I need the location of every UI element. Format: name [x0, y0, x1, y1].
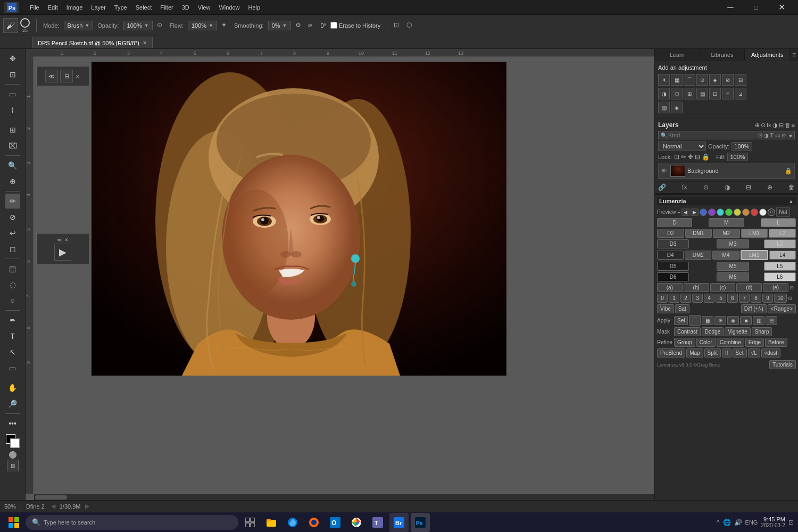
airbrush-btn[interactable]: ✦ [221, 21, 230, 30]
btn-gradient-adj[interactable]: ▥ [753, 316, 764, 325]
btn-preblend[interactable]: PreBlend [657, 348, 685, 358]
angle-btn[interactable]: ⌀ [308, 21, 317, 30]
add-layer-style-btn[interactable]: fx [682, 184, 687, 191]
selective-color-icon[interactable]: ◈ [671, 102, 683, 113]
btn-m[interactable]: M [709, 218, 744, 227]
tab-libraries[interactable]: Libraries [700, 49, 745, 61]
menu-filter[interactable]: Filter [156, 3, 177, 12]
btn-5[interactable]: 5 [716, 294, 726, 303]
btn-7[interactable]: 7 [739, 294, 750, 303]
menu-window[interactable]: Window [214, 3, 244, 12]
show-hidden-icons[interactable]: ^ [717, 519, 720, 526]
btn-10[interactable]: 10 [774, 294, 787, 303]
menu-type[interactable]: Type [110, 3, 131, 12]
btn-c[interactable]: (c) [710, 283, 736, 292]
btn-sharp[interactable]: Sharp [752, 327, 772, 336]
btn-l6[interactable]: L6 [764, 272, 796, 281]
color-dot-blue[interactable] [700, 209, 707, 216]
posterize-icon[interactable]: ≡ [722, 88, 734, 99]
start-button[interactable] [4, 513, 23, 532]
close-btn[interactable]: ✕ [769, 0, 794, 15]
btn-l5[interactable]: L5 [764, 262, 796, 271]
btn-range[interactable]: <Range> [768, 304, 796, 313]
btn-vl[interactable]: √L [748, 348, 760, 358]
actions-collapse[interactable]: ≪ [56, 237, 62, 242]
btn-a[interactable]: (a) [657, 283, 683, 292]
gradient-tool[interactable]: ▤ [5, 261, 20, 276]
btn-m2[interactable]: M2 [713, 229, 740, 238]
btn-l[interactable]: L [761, 218, 796, 227]
pen-tool[interactable]: ✒ [5, 313, 20, 328]
menu-image[interactable]: Image [62, 3, 87, 12]
btn-m3[interactable]: M3 [717, 239, 749, 248]
add-group-btn[interactable]: ⊟ [746, 184, 751, 191]
btn-d2[interactable]: D2 [657, 229, 684, 238]
tab-adjustments[interactable]: Adjustments [745, 49, 790, 61]
vibrance-icon[interactable]: ◈ [709, 74, 721, 86]
btn-solid-adj[interactable]: ■ [740, 316, 752, 325]
smoothing-settings-btn[interactable]: ⚙ [295, 21, 304, 30]
colorlookup-icon[interactable]: ▤ [696, 88, 708, 99]
opacity-value-input[interactable]: 100% [732, 142, 752, 151]
zoom-tool[interactable]: 🔎 [5, 396, 20, 411]
curves-icon[interactable]: ⌒ [684, 74, 695, 86]
scrollbar-thumb-h[interactable] [35, 495, 67, 500]
btn-color[interactable]: Color [696, 338, 716, 347]
layer-filter-pixel[interactable]: ⊡ [758, 132, 762, 138]
document-tab-close[interactable]: ✕ [143, 40, 147, 46]
bw-icon[interactable]: ◑ [658, 88, 670, 99]
taskbar-edge[interactable] [283, 513, 302, 532]
minimize-btn[interactable]: ─ [718, 0, 743, 15]
btn-diff[interactable]: Diff (+/-) [741, 304, 767, 313]
btn-vdust[interactable]: √dust [761, 348, 780, 358]
add-mask-btn[interactable]: ⊙ [703, 184, 709, 191]
btn-e[interactable]: (e) [763, 283, 788, 292]
btn-d5[interactable]: D5 [657, 262, 689, 271]
btn-group[interactable]: Group [674, 338, 695, 347]
layer-filter-shape[interactable]: ▭ [775, 132, 780, 138]
layer-fx-icon[interactable]: fx [767, 122, 771, 128]
crop-tool[interactable]: ⌧ [5, 138, 20, 153]
btn-before[interactable]: Before [765, 338, 787, 347]
btn-6[interactable]: 6 [727, 294, 738, 303]
hand-tool[interactable]: ✋ [5, 380, 20, 395]
btn-0[interactable]: 0 [657, 294, 668, 303]
color-dot-cyan[interactable] [717, 209, 724, 216]
taskbar-outlook[interactable]: O [326, 513, 345, 532]
nav-next[interactable]: ▶ [85, 503, 89, 510]
menu-layer[interactable]: Layer [87, 3, 110, 12]
btn-d4[interactable]: D4 [657, 251, 684, 260]
taskbar-teams[interactable]: T [368, 513, 387, 532]
btn-levels-adj[interactable]: ▦ [702, 316, 713, 325]
lock-position-btn[interactable]: ✥ [688, 153, 693, 161]
btn-sat[interactable]: Sat [675, 304, 689, 313]
lumenzia-collapse-btn[interactable]: ▲ [788, 198, 794, 204]
taskbar-photoshop[interactable]: Ps [411, 513, 430, 532]
pressure-btn[interactable]: ⊡ [394, 21, 402, 30]
layer-background[interactable]: 👁 Background 🔒 [658, 163, 795, 179]
fill-value-input[interactable]: 100% [727, 153, 747, 161]
btn-m4[interactable]: M4 [712, 251, 739, 260]
color-dot-purple[interactable] [708, 209, 716, 216]
taskbar-search-box[interactable]: 🔍 Type here to search [26, 515, 238, 530]
btn-9[interactable]: 9 [762, 294, 773, 303]
btn-vignette[interactable]: Vignette [725, 327, 751, 336]
marquee-tool[interactable]: ▭ [5, 87, 20, 102]
shape-tool[interactable]: ▭ [5, 361, 20, 376]
btn-dm2[interactable]: DM2 [685, 251, 711, 260]
color-dot-yellow[interactable] [734, 209, 741, 216]
panel-close[interactable]: ✕ [75, 74, 80, 78]
blur-tool[interactable]: ◌ [5, 277, 20, 292]
task-view-btn[interactable] [240, 513, 260, 532]
mode-dropdown[interactable]: Brush ▼ [64, 21, 94, 30]
clone-tool[interactable]: ⊘ [5, 210, 20, 225]
color-dot-green[interactable] [725, 209, 733, 216]
menu-edit[interactable]: Edit [44, 3, 62, 12]
btn-4[interactable]: 4 [704, 294, 714, 303]
layer-filter-adj[interactable]: ◑ [764, 132, 769, 138]
btn-set[interactable]: Set [733, 348, 747, 358]
btn-3[interactable]: 3 [692, 294, 703, 303]
layer-filter-smart[interactable]: ⊙ [782, 132, 786, 138]
brush-preset-picker[interactable]: 🖌 [3, 18, 18, 33]
btn-sel[interactable]: Sel [674, 316, 688, 325]
